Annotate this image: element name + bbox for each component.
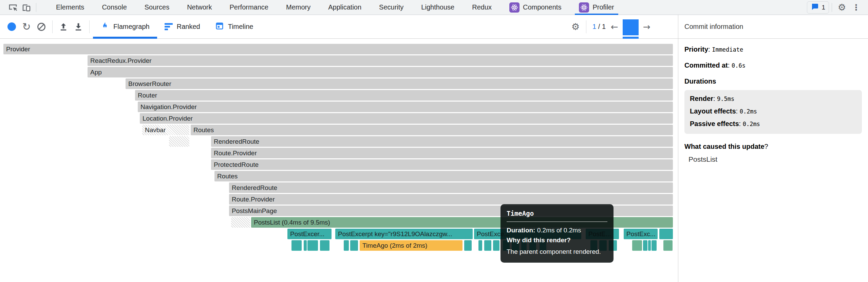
tab-label: Components (523, 3, 561, 11)
tooltip-divider (507, 222, 607, 222)
record-button[interactable] (5, 20, 18, 34)
flame-bar[interactable]: RenderedRoute (229, 182, 673, 193)
divider (586, 20, 586, 33)
question-mark: ? (765, 143, 768, 150)
flame-bar[interactable]: TimeAgo (2ms of 2ms) (360, 240, 463, 251)
reload-and-profile-icon[interactable]: ↻ (20, 20, 33, 34)
record-dot-icon (7, 22, 16, 31)
tooltip-why-heading: Why did this render? (507, 236, 607, 244)
next-commit-arrow-icon[interactable]: → (641, 22, 653, 32)
flame-bar[interactable] (307, 240, 318, 251)
flame-bar[interactable]: Route.Provider (211, 148, 673, 158)
flame-bar[interactable]: Provider (3, 44, 673, 54)
tab-components[interactable]: Components (501, 0, 570, 15)
duration-value: 0.2ms (743, 121, 760, 127)
cause-item-postslist[interactable]: PostsList (688, 155, 863, 163)
flame-bar[interactable] (659, 229, 673, 239)
durations-box: Render: 9.5msLayout effects: 0.2msPassiv… (684, 90, 862, 134)
calendar-icon (215, 21, 224, 32)
flame-bar[interactable] (464, 240, 472, 251)
profiler-view-tabs: FlamegraphRankedTimeline (93, 15, 261, 39)
flame-bar[interactable]: ProtectedRoute (211, 159, 673, 170)
duration-row: Render: 9.5ms (690, 95, 856, 103)
more-options-icon[interactable]: ⋮ (849, 1, 863, 14)
flame-bar[interactable] (493, 240, 499, 251)
divider (36, 3, 36, 12)
view-tab-timeline[interactable]: Timeline (208, 15, 261, 39)
commit-selector-bar[interactable] (623, 15, 639, 39)
view-tab-ranked[interactable]: Ranked (157, 15, 208, 39)
issue-bubble-icon (811, 3, 819, 12)
duration-row: Layout effects: 0.2ms (690, 107, 856, 115)
flame-bar[interactable]: ReactRedux.Provider (88, 55, 673, 66)
flame-bar[interactable]: Navigation.Provider (138, 102, 673, 112)
profiler-toolbar: ↻ FlamegraphRankedTimeline ⚙ 1 / 1 ← (0, 15, 678, 39)
view-tab-label: Timeline (228, 23, 253, 31)
tab-redux[interactable]: Redux (463, 0, 501, 15)
tab-lighthouse[interactable]: Lighthouse (412, 0, 463, 15)
flame-bar[interactable] (652, 240, 657, 251)
flame-bar-tooltip: TimeAgo Duration: 0.2ms of 0.2ms Why did… (501, 204, 614, 263)
flame-bar[interactable] (632, 240, 642, 251)
duration-row: Passive effects: 0.2ms (690, 120, 856, 128)
priority-row: Priority: Immediate (684, 46, 863, 53)
committed-at-row: Committed at: 0.6s (684, 61, 863, 69)
flame-bar[interactable] (643, 240, 647, 251)
flame-bar[interactable] (648, 240, 651, 251)
tab-profiler[interactable]: Profiler (570, 0, 623, 15)
flame-bar[interactable]: PostExc... (624, 229, 658, 239)
issues-counter-button[interactable]: 1 (807, 1, 829, 14)
divider (52, 20, 53, 33)
flame-bar[interactable] (231, 217, 250, 228)
tab-elements[interactable]: Elements (47, 0, 93, 15)
flame-bar[interactable]: Routes (214, 171, 673, 181)
view-tab-flamegraph[interactable]: Flamegraph (93, 15, 157, 39)
tab-performance[interactable]: Performance (221, 0, 278, 15)
flame-bar[interactable]: Location.Provider (140, 113, 673, 124)
tab-label: Redux (472, 3, 492, 11)
tooltip-why-label: Why did this render? (507, 236, 571, 244)
committed-at-label: Committed at (684, 61, 728, 69)
duration-value: 0.2ms (740, 108, 757, 115)
tooltip-why-text: The parent component rendered. (507, 248, 607, 255)
flame-bar[interactable]: App (88, 67, 673, 77)
flame-bar[interactable]: Router (135, 90, 673, 101)
flame-bar[interactable] (291, 240, 302, 251)
flame-bar[interactable] (350, 240, 358, 251)
tooltip-component-name: TimeAgo (507, 210, 607, 217)
tab-security[interactable]: Security (370, 0, 412, 15)
flame-bar[interactable]: Navbar (142, 125, 189, 135)
device-toolbar-icon[interactable] (20, 1, 33, 14)
tab-label: Lighthouse (421, 3, 454, 11)
profiler-settings-gear-icon[interactable]: ⚙ (568, 20, 583, 33)
inspect-element-icon[interactable] (6, 1, 20, 14)
tab-application[interactable]: Application (319, 0, 370, 15)
settings-gear-icon[interactable]: ⚙ (835, 1, 849, 14)
tab-network[interactable]: Network (178, 0, 221, 15)
flame-bar[interactable]: Route.Provider (229, 194, 673, 205)
tab-label: Profiler (592, 3, 614, 11)
duration-label: Passive effects (690, 120, 739, 127)
flame-bar[interactable] (169, 136, 189, 147)
flame-bar[interactable] (344, 240, 349, 251)
committed-at-value: 0.6s (732, 62, 746, 69)
flame-bar[interactable] (320, 240, 329, 251)
flame-bar[interactable] (304, 240, 307, 251)
upload-profile-icon[interactable] (57, 20, 70, 34)
flame-bar[interactable]: Routes (191, 125, 673, 135)
flame-bar[interactable] (663, 240, 673, 251)
previous-commit-arrow-icon[interactable]: ← (608, 22, 621, 32)
durations-label: Durations (684, 77, 716, 85)
flame-bar[interactable]: BrowserRouter (126, 78, 673, 89)
flame-bar[interactable]: PostExcerpt key="r9S12L9OAlazczgw... (335, 229, 473, 239)
flame-bar[interactable] (484, 240, 491, 251)
flame-bar[interactable]: PostExcer... (287, 229, 332, 239)
tab-memory[interactable]: Memory (277, 0, 319, 15)
tab-console[interactable]: Console (93, 0, 135, 15)
tab-sources[interactable]: Sources (136, 0, 178, 15)
flame-bar[interactable] (478, 240, 482, 251)
active-view-indicator (93, 37, 157, 39)
flame-bar[interactable]: RenderedRoute (211, 136, 673, 147)
download-profile-icon[interactable] (72, 20, 85, 34)
clear-profiling-data-icon[interactable] (35, 20, 48, 34)
